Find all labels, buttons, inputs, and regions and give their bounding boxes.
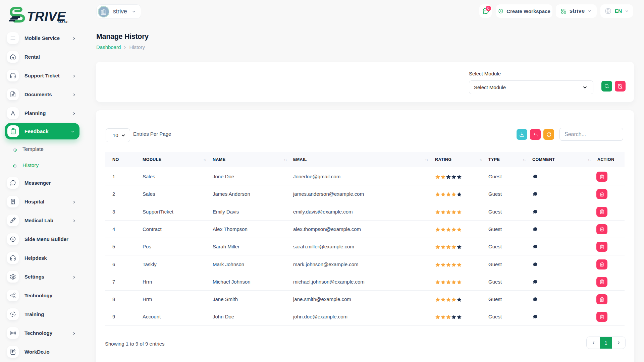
svg-text:MAKE: MAKE <box>57 20 68 24</box>
